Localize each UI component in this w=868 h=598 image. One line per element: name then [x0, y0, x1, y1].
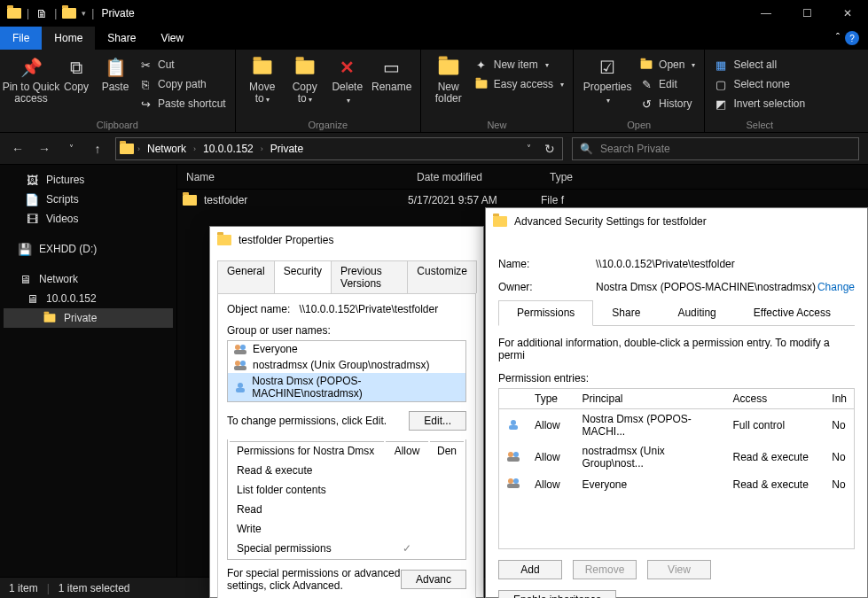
svg-point-8 [511, 420, 516, 425]
folder-icon [7, 8, 21, 19]
col-inherited[interactable]: Inh [825, 389, 854, 409]
minimize-button[interactable]: — [746, 0, 786, 27]
group-icon [506, 450, 520, 462]
rename-button[interactable]: ▭Rename [369, 53, 415, 95]
address-bar[interactable]: › Network› 10.0.0.152› Private ˅ ↻ [115, 137, 563, 160]
list-item[interactable]: nostradmsx (Unix Group\nostradmsx) [228, 357, 465, 373]
tree-network[interactable]: 🖥Network [4, 269, 173, 289]
cut-button[interactable]: ✂Cut [135, 55, 230, 74]
edit-button[interactable]: ✎Edit [636, 74, 699, 94]
tree-exhdd[interactable]: 💾EXHDD (D:) [4, 239, 173, 259]
add-button[interactable]: Add [498, 560, 562, 579]
list-item[interactable]: Everyone [228, 341, 465, 357]
tab-permissions[interactable]: Permissions [498, 300, 593, 326]
edit-permissions-button[interactable]: Edit... [409, 411, 466, 431]
tab-file[interactable]: File [0, 27, 42, 50]
invert-selection-button[interactable]: ◩Invert selection [710, 94, 809, 113]
dropdown-button[interactable]: ˅ [520, 144, 537, 153]
paste-shortcut-button[interactable]: ↪Paste shortcut [135, 94, 230, 113]
open-button[interactable]: Open▾ [636, 55, 699, 74]
view-button[interactable]: View [647, 560, 711, 579]
properties-button[interactable]: ☑Properties▾ [579, 53, 636, 108]
tab-previous[interactable]: Previous Versions [331, 260, 408, 293]
col-name[interactable]: Name [177, 171, 408, 183]
history-button[interactable]: ↺History [636, 94, 699, 113]
group-label: Clipboard [5, 118, 230, 132]
recent-button[interactable]: ˅ [62, 144, 80, 153]
delete-button[interactable]: ✕Delete▾ [326, 53, 369, 108]
tab-general[interactable]: General [217, 260, 275, 293]
easy-access-button[interactable]: Easy access▾ [471, 74, 567, 94]
table-row[interactable]: AllowNostra Dmsx (POPOS-MACHI...Full con… [499, 409, 855, 442]
info-text: For additional information, double-click… [498, 337, 855, 361]
close-button[interactable]: ✕ [827, 0, 868, 27]
tab-customize[interactable]: Customize [407, 260, 477, 293]
new-item-icon: ✦ [474, 58, 489, 72]
tab-share[interactable]: Share [593, 300, 659, 325]
select-none-button[interactable]: ▢Select none [710, 74, 809, 94]
refresh-button[interactable]: ↻ [541, 142, 559, 156]
remove-button[interactable]: Remove [573, 560, 637, 579]
col-principal[interactable]: Principal [575, 389, 725, 409]
group-icon [233, 343, 247, 355]
search-input[interactable]: 🔍 Search Private [572, 137, 859, 160]
groups-label: Group or user names: [227, 324, 466, 337]
allow-header: Allow [386, 441, 428, 460]
new-item-button[interactable]: ✦New item▾ [471, 55, 567, 74]
groups-list[interactable]: Everyone nostradmsx (Unix Group\nostradm… [227, 340, 466, 402]
select-all-button[interactable]: ▦Select all [710, 55, 809, 74]
copy-button[interactable]: ⧉Copy [57, 53, 96, 95]
maximize-button[interactable]: ☐ [786, 0, 827, 27]
tab-auditing[interactable]: Auditing [659, 300, 734, 325]
crumb-ip[interactable]: 10.0.0.152 [199, 143, 257, 155]
computer-icon: 🖥 [25, 291, 39, 306]
enable-inheritance-button[interactable]: Enable inheritance [498, 590, 616, 599]
pin-quick-access-button[interactable]: 📌Pin to Quick access [5, 53, 57, 106]
change-owner-link[interactable]: Change [817, 281, 855, 293]
copy-icon: ⧉ [64, 55, 89, 80]
open-icon [639, 58, 653, 72]
col-date[interactable]: Date modified [408, 171, 541, 183]
tree-pictures[interactable]: 🖼Pictures [4, 170, 173, 190]
col-type[interactable]: Type [541, 171, 868, 183]
tab-effective[interactable]: Effective Access [735, 300, 849, 325]
tab-share[interactable]: Share [95, 27, 148, 50]
save-icon[interactable]: 🗎 [35, 6, 49, 20]
paste-button[interactable]: 📋Paste [96, 53, 135, 95]
col-access[interactable]: Access [725, 389, 825, 409]
cut-icon: ✂ [138, 58, 152, 72]
permissions-table: Permissions for Nostra DmsxAllowDen Read… [227, 439, 466, 560]
properties-icon: ☑ [595, 55, 620, 80]
copy-path-icon: ⎘ [138, 77, 152, 91]
list-item[interactable]: Nostra Dmsx (POPOS-MACHINE\nostradmsx) [228, 373, 465, 401]
tab-security[interactable]: Security [274, 260, 332, 293]
tree-private[interactable]: Private [4, 308, 173, 328]
col-type[interactable]: Type [528, 389, 575, 409]
crumb-folder[interactable]: Private [267, 143, 307, 155]
svg-point-10 [508, 452, 513, 457]
ribbon-toggle[interactable]: ˆ? [827, 27, 868, 50]
tree-ip[interactable]: 🖥10.0.0.152 [4, 289, 173, 308]
status-count: 1 item [9, 582, 38, 594]
delete-icon: ✕ [335, 55, 360, 80]
move-to-button[interactable]: Move to▾ [241, 53, 284, 107]
tree-scripts[interactable]: 📄Scripts [4, 190, 173, 209]
group-label: Organize [241, 118, 415, 132]
status-selected: 1 item selected [59, 582, 130, 594]
forward-button[interactable]: → [35, 142, 53, 156]
tab-view[interactable]: View [148, 27, 196, 50]
new-folder-button[interactable]: New folder [426, 53, 471, 106]
tab-home[interactable]: Home [42, 27, 95, 50]
help-icon[interactable]: ? [845, 31, 859, 45]
tree-videos[interactable]: 🎞Videos [4, 209, 173, 229]
table-row[interactable]: Allownostradmsx (Unix Group\nost...Read … [499, 441, 855, 473]
group-icon [233, 359, 247, 371]
crumb-network[interactable]: Network [144, 143, 190, 155]
table-row[interactable]: AllowEveryoneRead & executeNo [499, 473, 855, 495]
folder-icon [183, 195, 197, 206]
up-button[interactable]: ↑ [89, 142, 106, 156]
copy-path-button[interactable]: ⎘Copy path [135, 74, 230, 94]
copy-to-button[interactable]: Copy to▾ [284, 53, 326, 107]
back-button[interactable]: ← [9, 142, 27, 156]
advanced-button[interactable]: Advanc [401, 570, 466, 589]
